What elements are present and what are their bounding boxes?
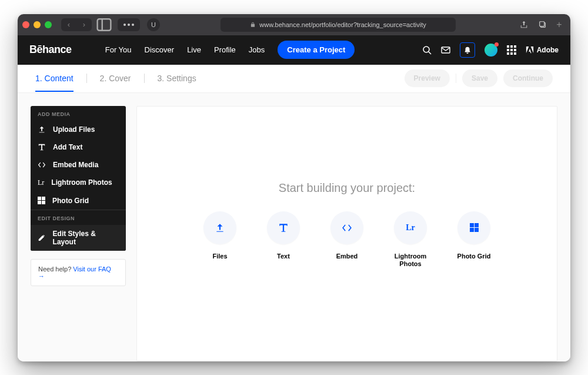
url-text: www.behance.net/portfolio/editor?trackin…: [259, 21, 426, 28]
help-box: Need help? Visit our FAQ →: [31, 259, 126, 286]
nav-discover[interactable]: Discover: [145, 45, 175, 54]
svg-rect-3: [540, 21, 544, 26]
nav-profile[interactable]: Profile: [214, 45, 236, 54]
nav-live[interactable]: Live: [187, 45, 201, 54]
step-cover[interactable]: 2. Cover: [100, 74, 131, 83]
project-canvas: Start building your project: Files Text …: [136, 106, 557, 361]
site-header: Bēhance For You Discover Live Profile Jo…: [18, 35, 570, 65]
back-button[interactable]: ‹: [61, 18, 76, 31]
add-media-panel: ADD MEDIA Upload Files Add Text Embed Me…: [31, 106, 126, 251]
notifications-button[interactable]: [460, 42, 475, 58]
add-tile-embed[interactable]: Embed: [323, 211, 370, 268]
tile-label: Embed: [336, 253, 358, 260]
tile-label: Text: [277, 253, 290, 260]
tile-label: Lightroom Photos: [387, 253, 434, 268]
step-divider: [144, 74, 145, 83]
share-icon[interactable]: [516, 18, 532, 31]
add-tile-text[interactable]: Text: [260, 211, 307, 268]
tile-label: Photo Grid: [457, 253, 491, 260]
site-nav: For You Discover Live Profile Jobs Creat…: [105, 41, 355, 59]
add-media-header: ADD MEDIA: [31, 106, 126, 121]
sidebar-item-photo-grid[interactable]: Photo Grid: [31, 192, 126, 210]
step-actions: Preview Save Continue: [405, 69, 553, 87]
create-project-button[interactable]: Create a Project: [278, 41, 355, 59]
adobe-logo[interactable]: Adobe: [526, 46, 559, 54]
lightroom-icon: Lr: [406, 223, 415, 233]
sidebar-item-label: Add Text: [53, 143, 82, 151]
sidebar-item-add-text[interactable]: Add Text: [31, 138, 126, 156]
action-divider: [456, 74, 456, 83]
mail-icon[interactable]: [441, 45, 450, 55]
close-window-button[interactable]: [22, 21, 29, 28]
editor-sidebar: ADD MEDIA Upload Files Add Text Embed Me…: [31, 106, 126, 361]
embed-icon: [38, 161, 46, 169]
sidebar-item-embed-media[interactable]: Embed Media: [31, 156, 126, 174]
edit-design-header: EDIT DESIGN: [31, 210, 126, 225]
lightroom-icon: Lr: [38, 178, 44, 187]
avatar[interactable]: [485, 44, 497, 57]
url-bar[interactable]: www.behance.net/portfolio/editor?trackin…: [220, 18, 456, 32]
help-text: Need help?: [38, 266, 73, 273]
editor-steps: 1. Content 2. Cover 3. Settings Preview …: [18, 65, 570, 93]
editor-main: ADD MEDIA Upload Files Add Text Embed Me…: [18, 93, 570, 361]
sidebar-item-label: Upload Files: [53, 125, 95, 134]
sidebar-item-label: Edit Styles & Layout: [53, 230, 119, 246]
sidebar-item-label: Photo Grid: [52, 197, 89, 205]
embed-icon: [342, 223, 352, 233]
save-button[interactable]: Save: [462, 69, 497, 87]
svg-point-4: [423, 47, 429, 52]
extension-dots-icon[interactable]: [118, 18, 140, 31]
sidebar-item-label: Lightroom Photos: [51, 178, 112, 187]
step-content[interactable]: 1. Content: [35, 74, 74, 83]
add-tile-photo-grid[interactable]: Photo Grid: [450, 211, 497, 268]
tile-label: Files: [212, 253, 227, 260]
canvas-heading: Start building your project:: [279, 181, 415, 195]
behance-logo[interactable]: Bēhance: [29, 44, 72, 56]
text-icon: [278, 223, 289, 233]
sidebar-item-upload-files[interactable]: Upload Files: [31, 121, 126, 138]
pencil-icon: [38, 234, 46, 242]
add-tile-lightroom[interactable]: Lr Lightroom Photos: [387, 211, 434, 268]
new-tab-button[interactable]: +: [553, 15, 566, 35]
step-divider: [86, 74, 87, 83]
browser-window: ‹ › U www.behance.net/portfolio/editor?t…: [18, 14, 570, 361]
search-icon[interactable]: [422, 45, 432, 55]
text-icon: [38, 143, 46, 151]
add-tile-row: Files Text Embed Lr Lightroom Photos Pho…: [196, 211, 497, 268]
upload-icon: [215, 223, 225, 233]
nav-for-you[interactable]: For You: [105, 45, 132, 54]
window-controls: [22, 21, 52, 28]
preview-button[interactable]: Preview: [405, 69, 450, 87]
add-tile-files[interactable]: Files: [196, 211, 243, 268]
nav-jobs[interactable]: Jobs: [249, 45, 265, 54]
svg-rect-6: [442, 47, 450, 53]
extension-u-icon[interactable]: U: [147, 18, 160, 31]
minimize-window-button[interactable]: [34, 21, 41, 28]
grid-icon: [38, 197, 45, 204]
browser-titlebar: ‹ › U www.behance.net/portfolio/editor?t…: [18, 14, 570, 35]
tabs-icon[interactable]: [535, 18, 550, 31]
fullscreen-window-button[interactable]: [45, 21, 52, 28]
apps-grid-icon[interactable]: [507, 45, 516, 55]
svg-rect-0: [98, 19, 111, 31]
sidebar-item-lightroom[interactable]: Lr Lightroom Photos: [31, 174, 126, 192]
continue-button[interactable]: Continue: [503, 69, 553, 87]
svg-line-5: [429, 52, 431, 54]
header-right: Adobe: [422, 42, 559, 58]
sidebar-item-label: Embed Media: [53, 161, 98, 169]
upload-icon: [38, 125, 46, 134]
sidebar-toggle-icon[interactable]: [96, 18, 112, 31]
grid-icon: [470, 223, 479, 232]
forward-button[interactable]: ›: [76, 18, 92, 31]
step-settings[interactable]: 3. Settings: [158, 74, 196, 83]
sidebar-item-edit-styles[interactable]: Edit Styles & Layout: [31, 225, 126, 251]
nav-arrows: ‹ ›: [61, 18, 92, 31]
